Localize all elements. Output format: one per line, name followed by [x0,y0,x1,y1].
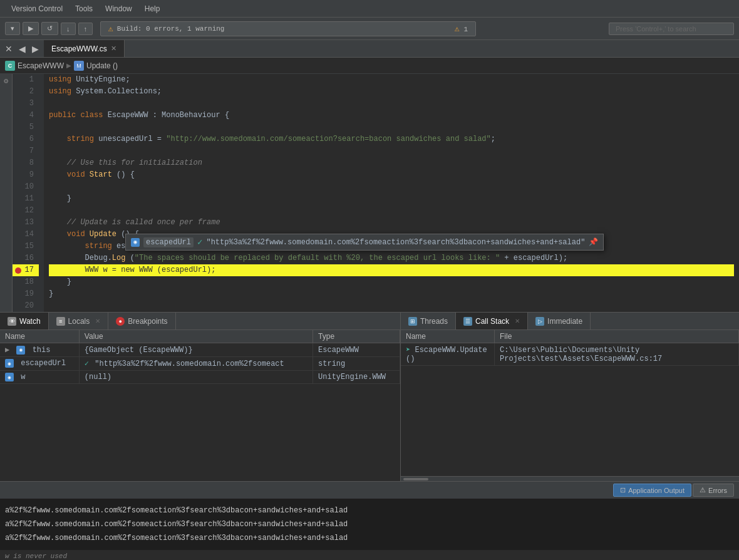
search-box[interactable]: Press 'Control+,' to search [609,23,734,35]
gutter-15: 15 [13,241,39,252]
locals-tab-label: Locals [68,317,90,326]
app-output-icon: ⊡ [620,486,626,494]
call-row-1: ➤ EscapeWWW.Update () C:\Users\Public\Do… [401,343,739,366]
watch-name-this: ▶ ◉ this [0,343,79,357]
gutter-19: 19 [13,288,39,300]
code-line-4: public class EscapeWWW : MonoBehaviour { [49,110,734,122]
locals-close-icon[interactable]: ✕ [95,318,100,324]
step-over-button[interactable]: ↓ [61,23,76,35]
warn-badge-icon: ⚠ [455,24,460,34]
output-line-2: a%2f%2fwww.somedomain.com%2fsomeaction%3… [5,517,734,531]
watch-value-w: (null) [79,371,313,384]
breadcrumb-sep1: ▶ [66,62,71,69]
code-line-12 [49,205,734,217]
breakpoints-tab-label: Breakpoints [128,317,167,326]
gutter-6: 6 [13,133,39,145]
menu-window[interactable]: Window [99,2,138,16]
col-value: Value [79,330,313,343]
tab-close-button[interactable]: ✕ [111,44,116,53]
warning-count-badge: ⚠ 1 [455,24,468,34]
build-status-text: Build: 0 errors, 1 warning [117,25,225,33]
code-line-2: using System.Collections; [49,86,734,98]
tab-callstack[interactable]: ☰ Call Stack ✕ [456,313,528,329]
threads-icon: ⊞ [408,317,417,326]
gutter-2: 2 [13,86,39,98]
tab-label: EscapeWWW.cs [51,44,107,53]
expand-this-icon[interactable]: ▶ [5,346,9,355]
tooltip-value: "http%3a%2f%2fwww.somedomain.com%2fsomea… [206,238,585,247]
gutter-13: 13 [13,217,39,229]
immediate-icon: ▷ [535,317,544,326]
code-line-16: Debug.Log ("The spaces should be replace… [49,252,734,264]
output-line-1: a%2f%2fwww.somedomain.com%2fsomeaction%3… [5,504,734,517]
menu-tools[interactable]: Tools [69,2,99,16]
code-line-18: } [49,276,734,288]
watch-tab-label: Watch [19,317,41,326]
col-type: Type [313,330,400,343]
right-debug-panel: ⊞ Threads ☰ Call Stack ✕ ▷ Immediate Nam… [401,313,739,481]
locals-icon: ≡ [56,317,65,326]
tab-immediate[interactable]: ▷ Immediate [528,313,591,329]
tab-bar: ✕ ◀ ▶ EscapeWWW.cs ✕ [0,40,739,58]
tab-breakpoints[interactable]: ● Breakpoints [108,313,175,329]
tooltip-pin-icon[interactable]: 📌 [589,237,598,247]
code-line-17: WWW w = new WWW (escapedUrl); [49,264,734,276]
escapedurl-var-icon: ◉ [5,359,14,368]
breadcrumb-method[interactable]: Update () [86,61,118,70]
breakpoints-icon: ● [116,317,125,326]
right-scroll-area [401,476,739,481]
nav-close-button[interactable]: ✕ [3,43,15,55]
tab-escapewww[interactable]: EscapeWWW.cs ✕ [44,40,125,57]
nav-back-button[interactable]: ◀ [16,43,28,55]
app-output-button[interactable]: ⊡ Application Output [613,484,691,497]
output-area: a%2f%2fwww.somedomain.com%2fsomeaction%3… [0,499,739,550]
code-editor[interactable]: using UnityEngine; using System.Collecti… [44,74,739,312]
watch-escapedurl-val: "http%3a%2f%2fwww.somedomain.com%2fsomea… [95,360,284,368]
callstack-close-icon[interactable]: ✕ [515,318,520,324]
nav-forward-button[interactable]: ▶ [29,43,41,55]
right-scroll-thumb[interactable] [403,478,428,480]
debug-panels: 👁 Watch ≡ Locals ✕ ● Breakpoints Name Va… [0,312,739,481]
config-dropdown[interactable]: ▾ [5,22,20,35]
gutter-16: 16 [13,252,39,264]
breakpoint-17[interactable] [15,267,21,274]
warning-icon: ⚠ [108,24,113,34]
threads-tab-label: Threads [420,317,448,326]
left-debug-panel: 👁 Watch ≡ Locals ✕ ● Breakpoints Name Va… [0,313,401,481]
watch-row-escapedurl: ◉ escapedUrl ✓ "http%3a%2f%2fwww.somedom… [0,357,400,371]
escapedurl-check-icon: ✓ [85,360,89,368]
code-line-1: using UnityEngine; [49,74,734,86]
breadcrumb-class[interactable]: EscapeWWW [18,61,64,70]
build-status-bar: ⚠ Build: 0 errors, 1 warning ⚠ 1 [100,21,476,36]
call-file-1: C:\Users\Public\Documents\Unity Projects… [495,343,739,366]
gutter-12: 12 [13,205,39,217]
errors-button[interactable]: ⚠ Errors [693,484,734,497]
col-name: Name [0,330,79,343]
gutter-18: 18 [13,276,39,288]
nav-arrows: ✕ ◀ ▶ [0,43,44,55]
side-icon-bar: ⚙ [0,74,13,312]
tab-locals[interactable]: ≡ Locals ✕ [49,313,109,329]
menu-version-control[interactable]: Version Control [5,2,69,16]
tooltip-popup: ◉ escapedUrl ✓ "http%3a%2f%2fwww.somedom… [125,234,604,251]
call-name-text: EscapeWWW.Update () [406,346,487,363]
gutter-20: 20 [13,300,39,312]
code-line-10 [49,181,734,193]
gutter-9: 9 [13,169,39,181]
breadcrumb: C EscapeWWW ▶ M Update () [0,58,739,74]
tab-threads[interactable]: ⊞ Threads [401,313,456,329]
code-line-20 [49,300,734,312]
settings-icon[interactable]: ⚙ [4,76,8,86]
watch-name-escapedurl: ◉ escapedUrl [0,357,79,371]
gutter-10: 10 [13,181,39,193]
step-into-button[interactable]: ↺ [41,22,58,35]
menu-help[interactable]: Help [138,2,167,16]
step-out-button[interactable]: ↑ [78,23,93,35]
warn-count: 1 [463,26,468,33]
toolbar: ▾ ▶ ↺ ↓ ↑ ⚠ Build: 0 errors, 1 warning ⚠… [0,18,739,40]
watch-name-w: ◉ w [0,371,79,384]
watch-row-w: ◉ w (null) UnityEngine.WWW [0,371,400,384]
tab-watch[interactable]: 👁 Watch [0,313,49,329]
run-button[interactable]: ▶ [23,22,39,35]
watch-table-container: Name Value Type ▶ ◉ this {GameObject (Es… [0,330,400,481]
